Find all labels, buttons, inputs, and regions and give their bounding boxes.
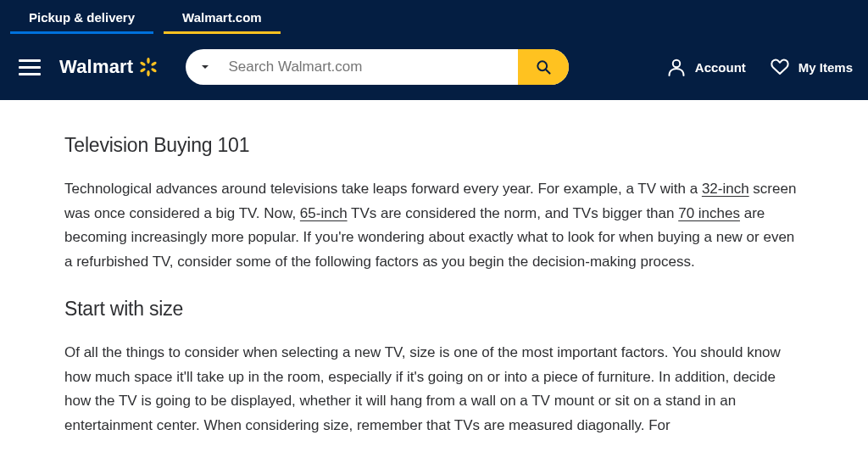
search-icon <box>535 59 552 75</box>
paragraph: Technological advances around television… <box>64 177 804 274</box>
chevron-down-icon <box>200 62 210 72</box>
heart-icon <box>770 57 790 77</box>
svg-point-3 <box>140 68 147 73</box>
search-category-dropdown[interactable] <box>186 49 225 85</box>
tab-walmart-dotcom[interactable]: Walmart.com <box>159 0 286 34</box>
my-items-label: My Items <box>798 60 853 75</box>
section-heading: Television Buying 101 <box>64 134 804 157</box>
tab-label: Pickup & delivery <box>29 10 135 25</box>
spark-icon <box>138 57 159 77</box>
svg-point-4 <box>140 61 147 66</box>
brand-text: Walmart <box>59 56 133 78</box>
account-label: Account <box>695 60 746 75</box>
tab-label: Walmart.com <box>182 10 262 25</box>
site-tabs: Pickup & delivery Walmart.com <box>0 0 868 34</box>
section-heading: Start with size <box>64 298 804 321</box>
account-link[interactable]: Account <box>666 57 746 77</box>
svg-point-0 <box>147 58 150 64</box>
svg-point-2 <box>151 61 158 66</box>
svg-point-1 <box>147 70 150 76</box>
tab-pickup-delivery[interactable]: Pickup & delivery <box>5 0 159 34</box>
link-65-inch[interactable]: 65-inch <box>300 205 348 221</box>
link-32-inch[interactable]: 32-inch <box>702 181 749 197</box>
my-items-link[interactable]: My Items <box>770 57 853 77</box>
svg-point-5 <box>151 68 158 73</box>
search-button[interactable] <box>518 49 569 85</box>
menu-button[interactable] <box>19 59 41 75</box>
walmart-logo[interactable]: Walmart <box>59 56 159 78</box>
account-icon <box>666 57 687 77</box>
right-nav: Account My Items <box>666 57 853 77</box>
svg-line-7 <box>546 70 550 74</box>
paragraph: Of all the things to consider when selec… <box>64 341 804 438</box>
search-bar <box>186 49 569 85</box>
search-input[interactable] <box>225 59 518 75</box>
link-70-inches[interactable]: 70 inches <box>678 205 740 221</box>
global-header: Walmart <box>0 34 868 100</box>
svg-point-8 <box>673 60 680 67</box>
article-body: Television Buying 101 Technological adva… <box>61 100 807 438</box>
